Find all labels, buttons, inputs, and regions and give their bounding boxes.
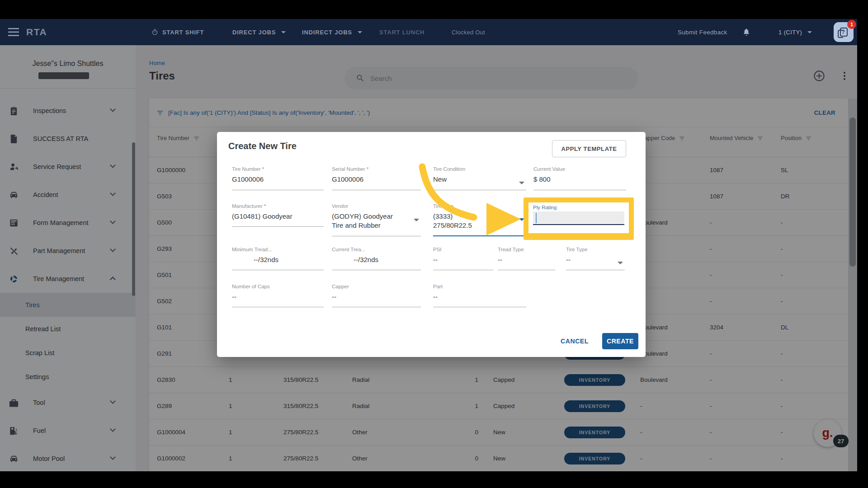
- notifications-bell-icon[interactable]: [742, 19, 751, 45]
- apply-template-button[interactable]: APPLY TEMPLATE: [552, 140, 626, 157]
- letterbox-right: [857, 0, 868, 488]
- profile-card-icon: [840, 28, 848, 37]
- ply-rating-input[interactable]: [533, 211, 624, 225]
- manufacturer-field[interactable]: Manufacturer * (G10481) Goodyear: [232, 203, 324, 227]
- letterbox-top: [0, 0, 868, 19]
- avatar-notification-badge: 1: [847, 20, 856, 29]
- start-shift-label: START SHIFT: [162, 29, 204, 36]
- app-logo: RTA: [26, 19, 47, 45]
- chevron-down-icon: [807, 31, 812, 33]
- minimum-tread-field[interactable]: Minimum Tread... --/32nds: [232, 247, 324, 270]
- current-tread-field[interactable]: Current Trea... --/32nds: [332, 247, 421, 270]
- part-field[interactable]: Part --: [433, 284, 526, 307]
- direct-jobs-menu[interactable]: DIRECT JOBS: [232, 19, 286, 45]
- app-screen: RTA START SHIFT DIRECT JOBS INDIRECT JOB…: [0, 0, 868, 488]
- serial-number-field[interactable]: Serial Number * G1000006: [332, 166, 421, 190]
- create-new-tire-modal: Create New Tire APPLY TEMPLATE Tire Numb…: [217, 132, 646, 357]
- ply-rating-label: Ply Rating: [528, 202, 629, 211]
- vendor-select[interactable]: Vendor (GODYR) Goodyear Tire and Rubber: [332, 203, 421, 236]
- chevron-down-icon: [414, 219, 419, 221]
- capper-field[interactable]: Capper --: [332, 284, 421, 307]
- modal-title: Create New Tire: [228, 141, 297, 151]
- number-of-caps-field[interactable]: Number of Caps --: [232, 284, 324, 307]
- current-value-field[interactable]: Current Value $ 800: [533, 166, 626, 190]
- submit-feedback-link[interactable]: Submit Feedback: [678, 19, 727, 45]
- psi-field[interactable]: PSI --: [433, 247, 493, 270]
- chevron-down-icon: [281, 31, 286, 33]
- cancel-button[interactable]: CANCEL: [555, 333, 594, 349]
- indirect-jobs-menu[interactable]: INDIRECT JOBS: [302, 19, 362, 45]
- start-lunch-button[interactable]: START LUNCH: [379, 19, 425, 45]
- topbar: RTA START SHIFT DIRECT JOBS INDIRECT JOB…: [0, 19, 857, 45]
- clocked-status: Clocked Out: [452, 19, 485, 45]
- tire-type-select[interactable]: Tire Type --: [566, 247, 625, 270]
- letterbox-bottom: [0, 471, 868, 488]
- tire-number-field[interactable]: Tire Number * G1000006: [232, 166, 324, 190]
- hamburger-menu-icon[interactable]: [8, 19, 19, 45]
- tread-type-field[interactable]: Tread Type --: [498, 247, 555, 270]
- ply-rating-highlight-box: Ply Rating: [524, 197, 634, 240]
- tire-condition-select[interactable]: Tire Condition New: [433, 166, 526, 190]
- tire-size-select[interactable]: Tire Size (3333) 275/80R22.5: [433, 203, 526, 236]
- create-button[interactable]: CREATE: [602, 333, 638, 349]
- text-cursor: [536, 213, 537, 223]
- start-shift-button[interactable]: START SHIFT: [151, 19, 204, 45]
- chevron-down-icon: [618, 262, 623, 264]
- chevron-down-icon: [358, 31, 362, 33]
- facility-selector[interactable]: 1 (CITY): [778, 19, 812, 45]
- chevron-down-icon: [519, 182, 524, 184]
